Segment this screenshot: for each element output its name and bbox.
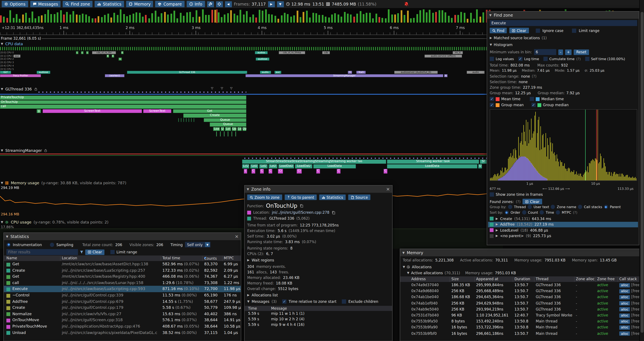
zone[interactable] <box>224 131 224 137</box>
stats-table-row[interactable]: ~Controljni/../jni/src/guif/Control.cpp:… <box>4 292 241 298</box>
col-size[interactable]: Size <box>451 277 459 281</box>
ignore-case-checkbox[interactable] <box>536 28 540 33</box>
message-row[interactable]: 5.59 smip 9 w 4 h 4 (16) <box>245 322 392 328</box>
histogram-toggle[interactable]: ▼ Histogram <box>490 43 512 47</box>
memory-table-row[interactable]: 0x7553b9fa508 bytes153,492,240ns13:50.8M… <box>400 318 644 324</box>
zone[interactable]: Streaming worker task <box>387 160 479 164</box>
zone[interactable]: c <box>244 169 247 174</box>
wait-regions-toggle[interactable]: ▶Wait regions <box>247 258 274 262</box>
cpu-zone[interactable]: c <box>81 51 84 54</box>
zone[interactable] <box>188 118 189 122</box>
zone[interactable] <box>191 118 192 122</box>
stats-table-row[interactable]: Get/mnt/e/claw/src/claw/base/Registry.hp… <box>4 273 241 280</box>
find-zone-titlebar[interactable]: ▼ Find zone <box>487 12 639 19</box>
sample-dots-row[interactable] <box>36 90 246 93</box>
zone[interactable]: Ci <box>297 169 302 174</box>
zone[interactable]: Get <box>173 109 246 113</box>
allocations-list-toggle[interactable]: ▶Allocations list <box>247 293 278 297</box>
options-button[interactable]: Options <box>2 1 28 7</box>
min-bin-input[interactable] <box>534 49 556 55</box>
mean-time-checkbox[interactable]: ✓ <box>490 97 494 101</box>
self-time-checkbox[interactable] <box>585 57 589 61</box>
cpu-zone[interactable]: Tracy Profiler <box>0 74 41 77</box>
goto-search-button[interactable] <box>216 1 223 7</box>
group-median-checkbox[interactable]: ✓ <box>531 103 536 107</box>
memory-table-header[interactable]: Address Size Appeared at Duration Thread… <box>400 276 644 282</box>
zone[interactable] <box>232 131 232 137</box>
stats-table-row[interactable]: Createjni/../jni/src/guif/Control.cpp:17… <box>4 304 241 311</box>
cpu-data-section-header[interactable]: ▼ CPU data <box>1 42 23 46</box>
zone[interactable]: LoU <box>250 164 258 168</box>
zone[interactable]: St <box>480 160 487 164</box>
stats-table-row[interactable]: Executejni/../jni/src/claw/base/LuaScrip… <box>4 286 241 292</box>
zone[interactable]: OnTouchUp <box>0 100 246 104</box>
collapse-icon[interactable]: ▼ <box>247 300 250 303</box>
zone[interactable]: C <box>316 169 320 174</box>
call-stack-alloc-button[interactable]: alloc <box>619 313 630 317</box>
memory-table-row[interactable]: 0x74a9d68040256 KB295,668,489ns13:50.7GL… <box>400 288 644 294</box>
cpu-zone[interactable]: mi_ti <box>453 51 463 54</box>
memory-table-row[interactable]: 0x74a9d37040186.35 KB295,999,844ns13:50.… <box>400 282 644 288</box>
stats-table-row[interactable]: Get/mnt/e/claw/src/claw/base/AssetDict.h… <box>4 261 241 267</box>
glthread-section-header[interactable]: ▼ GLThread 336 <box>1 87 37 91</box>
tools-button[interactable] <box>207 1 214 7</box>
cpu-zone[interactable]: GLT <box>0 71 11 74</box>
stats-table-row[interactable]: PrivateTouchMovejni/../jni/application/A… <box>4 323 241 329</box>
cpu-zone[interactable]: TraO <box>356 71 366 74</box>
funnel-icon[interactable] <box>80 250 84 254</box>
memory-table-row[interactable]: 0x7553b9fa9016 bytes153,722,396ns13:50.8… <box>400 324 644 330</box>
group-mean-checkbox[interactable]: ✓ <box>490 103 494 107</box>
sampling-radio[interactable] <box>50 242 54 247</box>
cpu-zone[interactable]: audio.service (effect) <box>424 54 462 57</box>
log-values-checkbox[interactable] <box>490 57 494 61</box>
statistics-table-header[interactable]: Name Location Total time Counts ▼ MTPC <box>4 255 241 261</box>
frame-info[interactable]: Frame 32,661 (6.05 s) <box>1 36 41 41</box>
found-zone-row[interactable]: ▶LoadLevel(18)406.88 µs <box>488 227 638 233</box>
find-zone-histogram[interactable] <box>490 109 637 181</box>
cpu-zone[interactable]: audios <box>255 51 268 54</box>
find-zone-query-input[interactable] <box>490 20 637 26</box>
cpu-zone[interactable]: Ti <box>348 71 352 74</box>
message-marker-icon[interactable]: ▽ <box>230 87 232 90</box>
col-mtpc[interactable]: MTPC <box>224 256 234 260</box>
message-row[interactable]: 5.59 smip 10 w 2 h 2 (4) <box>245 317 392 322</box>
cpu-zone[interactable]: audiose <box>256 58 269 61</box>
ghost-zones-icon[interactable] <box>44 149 48 152</box>
zone[interactable]: LoU <box>268 164 278 168</box>
sample-dots-row[interactable] <box>242 157 503 159</box>
clear-button[interactable]: Clear <box>510 28 529 33</box>
cpu-zone[interactable]: cds_ol_rx_threa <box>279 51 305 54</box>
zone[interactable] <box>228 131 228 137</box>
frame-jump-button[interactable]: ▼ <box>277 1 284 7</box>
zone[interactable]: ScreenText <box>42 109 142 113</box>
bin-minus-button[interactable]: - <box>558 49 563 55</box>
group-by-radio-parent[interactable] <box>604 205 608 209</box>
col-name[interactable]: Name <box>6 256 17 260</box>
stats-table-row[interactable]: Unloadjni/../jni/src/claw/graphics/pixel… <box>4 329 241 336</box>
zone[interactable] <box>178 118 179 122</box>
cpu-zone[interactable]: cds <box>322 51 330 54</box>
cpu-zone[interactable]: audioserver (AudioOut_D) <box>394 71 438 74</box>
copy-icon[interactable] <box>300 204 303 208</box>
statistics-button[interactable]: Statistics <box>95 1 124 7</box>
thread-value[interactable]: GLThread 336 <box>269 216 294 220</box>
notifications-muted-button[interactable] <box>404 2 409 7</box>
message-marker-icon[interactable]: ▽ <box>211 87 213 90</box>
statistics-titlebar[interactable]: ▼ Statistics × <box>4 233 241 240</box>
col-location[interactable]: Location <box>62 256 77 260</box>
help-hint[interactable]: (?) <box>576 57 581 61</box>
stats-table-row[interactable]: OnTouchMovejni/../jni/src/guif/Screen.cp… <box>4 317 241 323</box>
zone-statistics-button[interactable]: Statistics <box>319 194 346 200</box>
col-zone-alloc[interactable]: Zone alloc <box>576 277 594 281</box>
close-icon[interactable]: × <box>235 234 239 239</box>
zone[interactable]: Up <box>242 127 246 131</box>
col-thread[interactable]: Thread <box>536 277 548 281</box>
group-by-radio-thread[interactable] <box>508 205 512 209</box>
instrumentation-radio[interactable] <box>6 242 11 247</box>
zone[interactable]: Queue <box>204 118 246 122</box>
zone[interactable]: C <box>260 169 264 174</box>
zone[interactable]: Create <box>183 113 246 118</box>
find-button[interactable]: Find <box>490 28 507 33</box>
streamingmanager-section-header[interactable]: ▼ StreamingManager <box>1 148 48 153</box>
zone[interactable]: Ci <box>278 169 283 174</box>
